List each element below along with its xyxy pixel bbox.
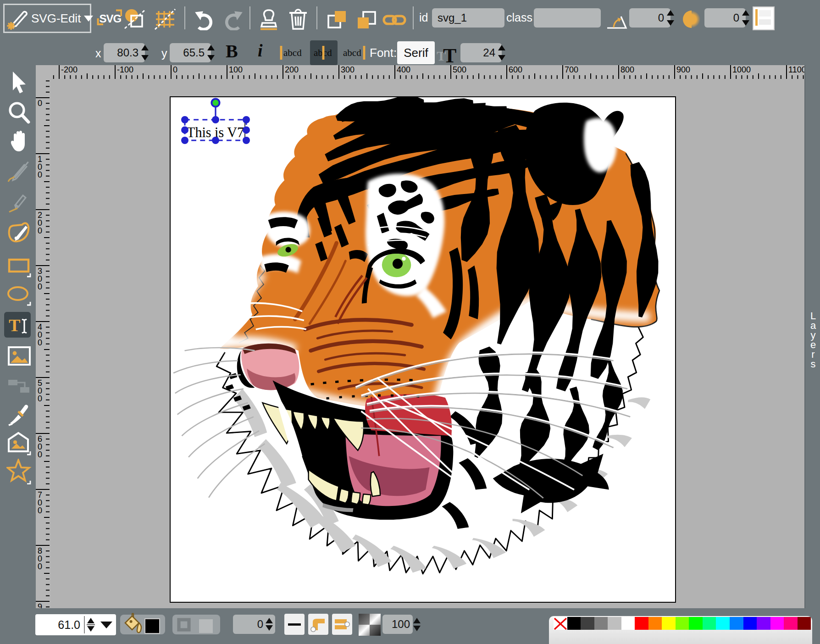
svg-text:400: 400 xyxy=(397,65,410,74)
svg-text:100: 100 xyxy=(229,65,243,74)
svg-text:0: 0 xyxy=(38,170,42,179)
svg-text:-100: -100 xyxy=(117,65,133,74)
svg-text:0: 0 xyxy=(38,562,42,571)
svg-text:1000: 1000 xyxy=(732,65,751,74)
svg-text:800: 800 xyxy=(621,65,634,74)
svg-text:0: 0 xyxy=(38,394,42,403)
svg-text:600: 600 xyxy=(509,65,522,74)
svg-text:1100: 1100 xyxy=(788,65,804,74)
svg-text:abcd: abcd xyxy=(283,47,302,58)
svg-text:9: 9 xyxy=(38,602,42,608)
svg-text:T: T xyxy=(9,316,20,335)
svg-text:500: 500 xyxy=(453,65,466,74)
svg-text:0: 0 xyxy=(38,282,42,291)
svg-text:0: 0 xyxy=(38,338,42,347)
svg-text:0: 0 xyxy=(38,99,42,108)
svg-text:900: 900 xyxy=(676,65,690,74)
svg-text:700: 700 xyxy=(565,65,578,74)
svg-text:SVG: SVG xyxy=(99,12,121,25)
svg-text:abcd: abcd xyxy=(343,47,361,58)
svg-text:0: 0 xyxy=(173,65,177,74)
svg-text:0: 0 xyxy=(38,226,42,235)
svg-text:200: 200 xyxy=(285,65,299,74)
svg-text:T: T xyxy=(443,44,456,64)
svg-text:-200: -200 xyxy=(61,65,78,74)
svg-text:0: 0 xyxy=(38,450,42,459)
svg-text:300: 300 xyxy=(341,65,355,74)
svg-text:0: 0 xyxy=(38,506,42,515)
